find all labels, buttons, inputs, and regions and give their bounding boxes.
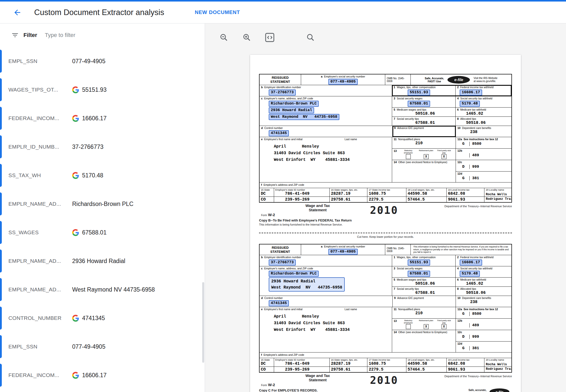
- search-icon: [306, 33, 315, 42]
- employer-addr2-highlight[interactable]: West Raymond NV 44735-6958: [269, 114, 339, 120]
- efile-logo: e-file: [490, 388, 509, 392]
- reissued-statement: REISSUED STATEMENT: [260, 74, 301, 85]
- field-row-employer-addr1[interactable]: EMPLR_NAME_AD... 2936 Howard Radial: [0, 247, 205, 275]
- tax-year: 2010: [370, 204, 398, 216]
- wages-highlight[interactable]: 55151.93: [408, 89, 430, 96]
- w2-box-9: 9Advance EIC payment: [393, 126, 456, 137]
- federal-tax-highlight[interactable]: 16606.17: [460, 259, 482, 266]
- control-number-highlight[interactable]: 4741345: [269, 300, 289, 306]
- employee-address-line1: 31403 David Circles Suite 863: [261, 321, 390, 325]
- w2-box-3: 3Social security wages 67588.01: [392, 266, 456, 277]
- field-row-empl-ssn-2[interactable]: EMPL_SSN 077-49-4905: [0, 332, 205, 361]
- employee-first-name: April: [274, 314, 286, 319]
- employer-address-highlight[interactable]: 2936 Howard Radial West Raymond NV 44735…: [269, 277, 345, 292]
- control-number-highlight[interactable]: 4741345: [269, 130, 289, 136]
- field-value: 37-2766773: [72, 143, 104, 150]
- filter-input[interactable]: [44, 32, 172, 39]
- scrollbar-thumb[interactable]: [202, 282, 204, 363]
- visit-irs-text: Visit the IRS Website at www.irs.gov/efi…: [473, 77, 497, 83]
- retirement-checkbox[interactable]: X: [424, 324, 429, 329]
- w2-box-e: eEmployee's first name and initial Last …: [260, 307, 392, 352]
- form-code: W-2: [268, 213, 275, 217]
- federal-tax-highlight[interactable]: 16606.17: [460, 89, 482, 96]
- wages-highlight[interactable]: 55151.93: [408, 259, 430, 266]
- department-text: Department of the Treasury--Internal Rev…: [444, 375, 512, 378]
- w2-box-5: 5Medicare wages and tips 50518.06: [392, 108, 456, 116]
- w2-box-b: bEmployer identification number 37-27667…: [260, 255, 392, 266]
- w2-state-table-row-2: CO 239-95-269 29750.61 2279.5 57464.5 90…: [260, 367, 511, 372]
- zoom-in-button[interactable]: [241, 31, 253, 44]
- field-row-ss-tax-wh[interactable]: SS_TAX_WH 5170.48: [0, 161, 205, 190]
- back-arrow-icon: [13, 8, 22, 17]
- field-row-employer-addr2[interactable]: EMPLR_NAME_AD... West Raymond NV 44735-6…: [0, 275, 205, 304]
- w2-box-e: eEmployee's first name and initial Last …: [260, 137, 392, 182]
- field-label: EMPLR_NAME_AD...: [8, 286, 72, 293]
- w2-box-11: 11Nonqualified plans 210: [392, 137, 456, 149]
- field-label: FEDERAL_INCOM...: [8, 115, 72, 121]
- ss-wages-highlight[interactable]: 67588.01: [408, 271, 430, 277]
- employer-addr1-highlight[interactable]: 2936 Howard Radial: [269, 107, 314, 113]
- field-label: SS_WAGES: [8, 229, 72, 236]
- w2-box-7: 7Social security tips 67588.01: [392, 287, 456, 296]
- new-document-button[interactable]: NEW DOCUMENT: [195, 9, 240, 15]
- w2-form-copy-c: REISSUED STATEMENT aEmployee's social se…: [259, 244, 512, 392]
- field-value: 4741345: [72, 315, 105, 322]
- field-value: West Raymond NV 44735-6958: [72, 286, 155, 293]
- employee-address-line2: West Erinfort WY 45881-3334: [261, 158, 390, 162]
- ss-tax-highlight[interactable]: 5170.48: [460, 101, 480, 107]
- reissued-statement: REISSUED STATEMENT: [260, 244, 301, 255]
- field-row-control-number[interactable]: CONTROL_NUMBER 4741345: [0, 304, 205, 332]
- field-label: EMPL_SSN: [8, 58, 72, 64]
- w2-box-8: 8Allocated tips 50518.06: [456, 117, 511, 126]
- field-row-ss-wages[interactable]: SS_WAGES 67588.01: [0, 218, 205, 247]
- field-row-employer-id[interactable]: EMPLR_ID_NUMB... 37-2766773: [0, 133, 205, 161]
- google-icon: [72, 86, 79, 93]
- w2-box-1-2-group: 1Wages, tips, other compensation 55151.9…: [392, 85, 511, 96]
- thirdparty-checkbox[interactable]: X: [442, 154, 446, 159]
- field-row-federal-income[interactable]: FEDERAL_INCOM... 16606.17: [0, 104, 205, 133]
- ein-highlight[interactable]: 37-2766773: [269, 89, 296, 96]
- employee-last-name: Hensley: [302, 144, 319, 149]
- w2-state-table-row-1: 15 StateDC Employer's state ID number786…: [260, 188, 511, 197]
- field-row-federal-income-2[interactable]: FEDERAL_INCOM... 16606.17: [0, 361, 205, 389]
- field-row-wages-tips[interactable]: WAGES_TIPS_OT... 55151.93: [0, 75, 205, 104]
- zoom-out-button[interactable]: [218, 31, 230, 44]
- field-label: EMPLR_NAME_AD...: [8, 201, 72, 207]
- w2-box-c: cEmployer's name, address, and ZIP code …: [260, 266, 392, 296]
- search-button[interactable]: [304, 31, 317, 44]
- zoom-out-icon: [220, 33, 228, 42]
- statutory-checkbox[interactable]: [406, 324, 411, 329]
- row-accent-bar: [0, 50, 2, 73]
- bounding-box-toggle[interactable]: [264, 31, 276, 44]
- w2-box-7: 7Social security tips 67588.01: [392, 117, 456, 126]
- employer-name-highlight[interactable]: Richardson-Brown PLC: [269, 271, 319, 277]
- ssn-highlight[interactable]: 077-49-4905: [328, 249, 358, 255]
- w2-box-13: 13 Statutory employee Retirement planX T…: [392, 149, 456, 160]
- row-accent-bar: [0, 364, 2, 387]
- w2-box-3: 3Social security wages 67588.01: [392, 96, 456, 107]
- w2-box-13: 13 Statutory employee Retirement planX T…: [392, 319, 456, 330]
- field-label: WAGES_TIPS_OT...: [8, 87, 72, 93]
- row-accent-bar: [0, 221, 2, 244]
- ss-tax-highlight[interactable]: 5170.48: [460, 271, 480, 277]
- ss-wages-highlight[interactable]: 67588.01: [408, 101, 430, 107]
- w2-box-12c: 12c D999: [456, 330, 511, 342]
- w2-box-14: 14Other (see enclosed Notice to Employee…: [392, 160, 456, 182]
- back-button[interactable]: [11, 6, 23, 19]
- field-row-employer-name[interactable]: EMPLR_NAME_AD... Richardson-Brown PLC: [0, 190, 205, 218]
- ein-highlight[interactable]: 37-2766773: [269, 259, 296, 266]
- cut-note: Cut here. Keep lower portion for your re…: [259, 235, 512, 238]
- filter-label: Filter: [23, 32, 37, 38]
- w2-box-1: 1Wages, tips, other compensation 55151.9…: [392, 85, 456, 96]
- document-viewer-panel: REISSUED STATEMENT aEmployee's social se…: [205, 23, 566, 392]
- ssn-highlight[interactable]: 077-49-4905: [328, 79, 358, 85]
- statutory-checkbox[interactable]: [406, 154, 411, 159]
- field-label: FEDERAL_INCOM...: [8, 372, 72, 378]
- field-row-empl-ssn[interactable]: EMPL_SSN 077-49-4905: [0, 47, 205, 75]
- row-accent-bar: [0, 335, 2, 358]
- w2-box-c: cEmployer's name, address, and ZIP code …: [260, 96, 392, 126]
- retirement-checkbox[interactable]: X: [424, 154, 429, 159]
- field-label: EMPL_SSN: [8, 344, 72, 350]
- thirdparty-checkbox[interactable]: X: [442, 324, 446, 329]
- employer-name-highlight[interactable]: Richardson-Brown PLC: [269, 101, 319, 107]
